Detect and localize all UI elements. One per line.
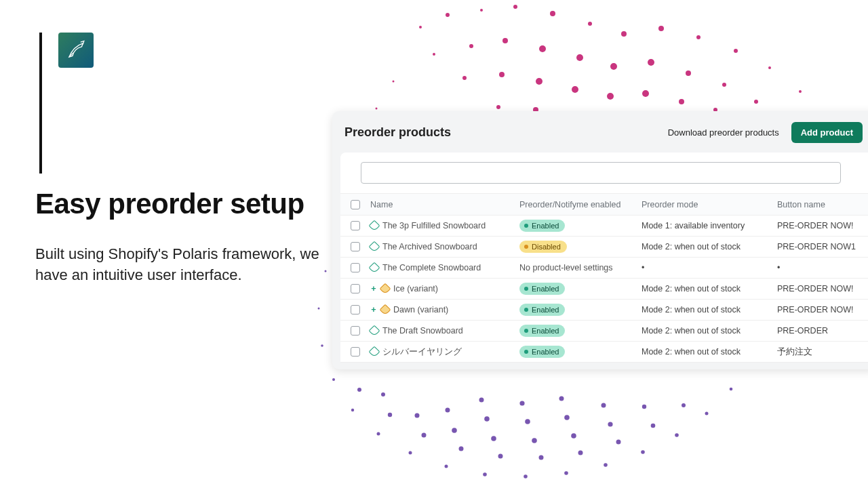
status-label: Enabled (532, 285, 559, 293)
svg-point-78 (564, 415, 570, 420)
svg-point-57 (357, 388, 361, 392)
status-label: Enabled (532, 306, 559, 314)
button-name: 予約注文 (777, 346, 868, 358)
svg-point-67 (381, 392, 385, 396)
button-name: PRE-ORDER NOW! (777, 221, 868, 230)
row-checkbox[interactable] (351, 326, 360, 336)
svg-point-73 (608, 422, 612, 426)
row-checkbox[interactable] (351, 305, 360, 314)
status-badge: Enabled (519, 304, 565, 316)
svg-point-59 (422, 433, 427, 438)
row-checkbox[interactable] (351, 263, 360, 272)
product-name-cell: The Complete Snowboard (370, 263, 519, 272)
table-row[interactable]: The 3p Fulfilled SnowboardEnabledMode 1:… (340, 216, 868, 237)
svg-point-10 (768, 66, 771, 69)
status-cell: Enabled (519, 283, 642, 295)
status-cell: Disabled (519, 241, 642, 253)
accent-vertical-bar (39, 33, 42, 174)
preorder-mode: Mode 1: available inventory (642, 221, 777, 230)
expand-icon[interactable]: + (370, 284, 377, 293)
svg-point-52 (604, 463, 608, 467)
row-checkbox-cell (340, 263, 370, 272)
svg-point-72 (571, 433, 576, 439)
col-mode: Preorder mode (642, 200, 777, 209)
table-header-row: Name Preorder/Notifyme enabled Preorder … (340, 194, 868, 216)
svg-point-18 (648, 59, 654, 66)
rocket-leaf-icon (64, 39, 87, 62)
table-row[interactable]: The Complete SnowboardNo product-level s… (340, 258, 868, 279)
row-checkbox[interactable] (351, 242, 360, 251)
svg-point-28 (679, 99, 684, 104)
product-name: The Draft Snowboard (382, 326, 463, 336)
svg-point-42 (318, 308, 320, 310)
col-name: Name (370, 200, 519, 209)
svg-point-12 (433, 53, 435, 56)
product-name-cell: +Dawn (variant) (370, 305, 519, 314)
search-input[interactable] (361, 162, 841, 184)
product-tag-icon (369, 220, 380, 232)
select-all-checkbox[interactable] (351, 200, 360, 209)
row-checkbox-cell (340, 326, 370, 336)
svg-point-60 (459, 447, 464, 451)
svg-point-81 (519, 401, 524, 405)
svg-point-22 (462, 76, 467, 80)
svg-point-30 (496, 105, 500, 109)
status-cell: No product-level settings (519, 263, 642, 272)
svg-point-23 (499, 72, 505, 77)
svg-point-47 (409, 451, 412, 455)
svg-point-70 (491, 436, 496, 441)
products-table: Name Preorder/Notifyme enabled Preorder … (340, 193, 868, 363)
product-name: The Complete Snowboard (382, 263, 481, 272)
svg-point-79 (601, 403, 606, 408)
product-tag-icon (369, 241, 380, 253)
preorder-products-panel: Preorder products Download preorder prod… (332, 111, 868, 369)
svg-point-76 (484, 416, 490, 422)
svg-point-49 (483, 472, 487, 476)
status-label: Enabled (532, 222, 559, 230)
row-checkbox-cell (340, 347, 370, 357)
hero-headline: Easy preorder setup (35, 188, 304, 220)
product-tag-icon (369, 262, 380, 274)
svg-point-27 (642, 90, 649, 97)
expand-icon[interactable]: + (370, 305, 377, 314)
row-checkbox[interactable] (351, 347, 360, 357)
product-name: Ice (variant) (393, 284, 438, 293)
svg-point-58 (388, 413, 392, 417)
table-row[interactable]: +Dawn (variant)EnabledMode 2: when out o… (340, 300, 868, 321)
status-cell: Enabled (519, 346, 642, 358)
table-row[interactable]: シルバーイヤリングEnabledMode 2: when out of stoc… (340, 342, 868, 363)
status-badge: Enabled (519, 283, 565, 295)
svg-point-44 (332, 378, 335, 381)
svg-point-53 (641, 450, 645, 454)
svg-point-74 (642, 405, 646, 409)
table-row[interactable]: The Archived SnowboardDisabledMode 2: wh… (340, 237, 868, 258)
svg-point-80 (479, 398, 484, 403)
row-checkbox[interactable] (351, 284, 360, 293)
svg-point-15 (539, 45, 546, 52)
svg-point-56 (730, 388, 733, 391)
svg-point-68 (415, 413, 420, 418)
svg-point-1 (446, 13, 450, 17)
status-label: Disabled (532, 243, 561, 251)
variant-tag-icon (380, 304, 391, 316)
status-dot-icon (524, 350, 528, 354)
status-label: Enabled (532, 348, 559, 356)
svg-point-9 (734, 49, 738, 53)
svg-point-61 (498, 454, 503, 459)
add-product-button[interactable]: Add product (791, 122, 863, 143)
table-row[interactable]: +Ice (variant)EnabledMode 2: when out of… (340, 279, 868, 300)
svg-point-50 (524, 474, 528, 479)
product-name-cell: The Draft Snowboard (370, 326, 519, 336)
svg-point-37 (376, 108, 378, 110)
product-name: Dawn (variant) (393, 305, 448, 314)
button-name: PRE-ORDER (777, 326, 868, 336)
download-preorder-link[interactable]: Download preorder products (668, 127, 779, 138)
status-cell: Enabled (519, 325, 642, 337)
panel-header: Preorder products Download preorder prod… (332, 111, 868, 152)
svg-point-66 (682, 403, 686, 407)
status-label: Enabled (532, 327, 559, 335)
svg-point-5 (588, 22, 592, 26)
row-checkbox[interactable] (351, 221, 360, 230)
table-row[interactable]: The Draft SnowboardEnabledMode 2: when o… (340, 321, 868, 342)
status-badge: Enabled (519, 346, 565, 358)
